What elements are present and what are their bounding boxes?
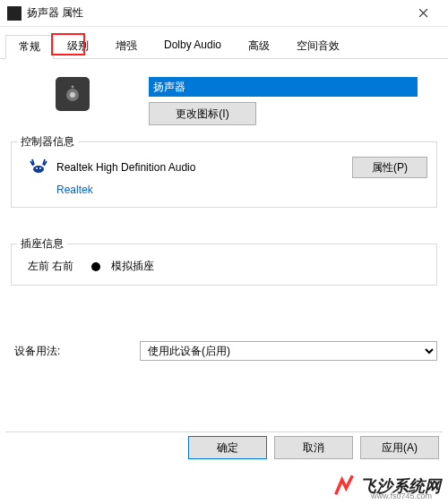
controller-vendor: Realtek <box>56 184 427 196</box>
tab-dolby[interactable]: Dolby Audio <box>151 34 235 58</box>
controller-group-label: 控制器信息 <box>17 134 78 149</box>
svg-point-2 <box>72 86 74 89</box>
controller-name: Realtek High Definition Audio <box>56 161 352 174</box>
titlebar: 扬声器 属性 <box>0 0 448 27</box>
watermark: 飞沙系统网 www.fs0745.com <box>332 474 441 499</box>
realtek-crab-icon <box>28 157 49 178</box>
jack-type-label: 模拟插座 <box>111 259 154 274</box>
watermark-logo-icon <box>332 474 357 499</box>
usage-label: 设备用法: <box>14 344 140 359</box>
svg-point-3 <box>33 166 44 173</box>
tab-enhance[interactable]: 增强 <box>102 34 151 58</box>
controller-properties-button[interactable]: 属性(P) <box>352 157 427 178</box>
ok-button[interactable]: 确定 <box>188 436 267 459</box>
usage-row: 设备用法: 使用此设备(启用) <box>11 341 437 361</box>
svg-point-5 <box>39 167 41 169</box>
jack-group-label: 插座信息 <box>17 236 67 252</box>
svg-point-1 <box>70 92 75 98</box>
controller-group: 控制器信息 Realtek High Definition Audio 属性(P… <box>11 141 437 208</box>
device-name-input[interactable] <box>149 77 418 97</box>
tab-advanced[interactable]: 高级 <box>235 34 283 58</box>
apply-button[interactable]: 应用(A) <box>360 436 439 459</box>
usage-select[interactable]: 使用此设备(启用) <box>140 341 437 361</box>
watermark-url: www.fs0745.com <box>371 491 432 500</box>
jack-lr-label: 左前 右前 <box>28 259 73 274</box>
cancel-button[interactable]: 取消 <box>274 436 353 459</box>
app-icon <box>7 6 22 21</box>
tab-levels[interactable]: 级别 <box>54 34 102 58</box>
speaker-icon <box>56 77 90 111</box>
tab-spatial[interactable]: 空间音效 <box>283 34 353 58</box>
close-icon <box>418 8 428 18</box>
close-button[interactable] <box>405 1 441 26</box>
window-title: 扬声器 属性 <box>27 5 405 21</box>
change-icon-button[interactable]: 更改图标(I) <box>149 102 256 125</box>
svg-point-4 <box>36 167 38 169</box>
tab-content: 更改图标(I) 控制器信息 Realtek High Definition Au… <box>0 59 448 361</box>
jack-group: 插座信息 左前 右前 模拟插座 <box>11 243 437 286</box>
tab-general[interactable]: 常规 <box>5 35 54 59</box>
jack-dot-icon <box>91 262 100 271</box>
dialog-button-bar: 确定 取消 应用(A) <box>188 429 439 466</box>
tabbar: 常规 级别 增强 Dolby Audio 高级 空间音效 <box>0 29 448 59</box>
device-row: 更改图标(I) <box>11 70 437 125</box>
